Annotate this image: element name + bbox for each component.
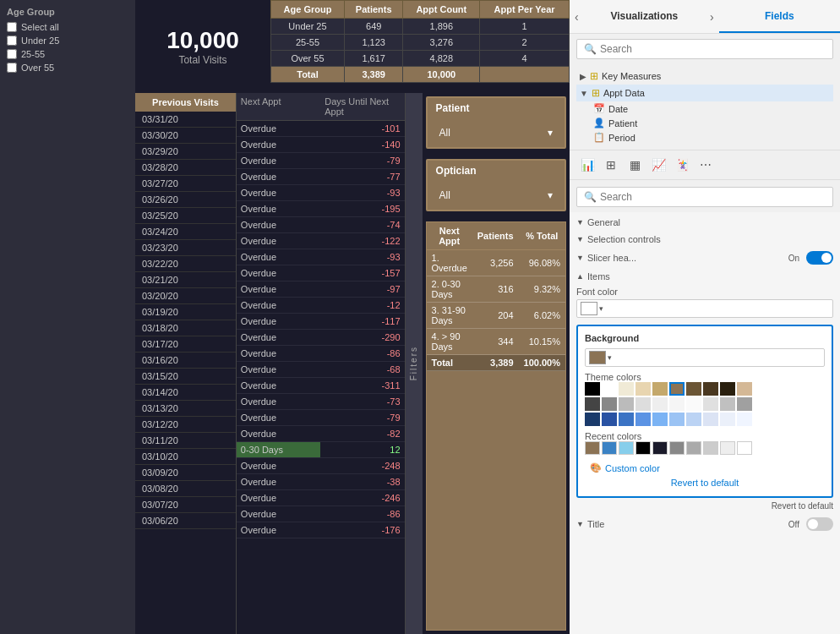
visit-date-8[interactable]: 03/23/20 bbox=[135, 240, 236, 256]
fields-key-measures[interactable]: ▶ ⊞ Key Measures bbox=[576, 68, 833, 85]
visits-list[interactable]: 03/31/2003/30/2003/29/2003/28/2003/27/20… bbox=[135, 112, 236, 634]
theme-color-13[interactable] bbox=[635, 397, 651, 411]
theme-color-9[interactable] bbox=[737, 382, 752, 396]
theme-color-27[interactable] bbox=[703, 413, 718, 426]
icon-card[interactable]: 🃏 bbox=[671, 156, 693, 174]
tab-fields[interactable]: Fields bbox=[719, 0, 840, 33]
visit-date-19[interactable]: 03/12/20 bbox=[135, 417, 236, 433]
recent-color-5[interactable] bbox=[669, 441, 685, 455]
visit-date-6[interactable]: 03/25/20 bbox=[135, 208, 236, 224]
recent-color-9[interactable] bbox=[737, 441, 752, 455]
visit-date-25[interactable]: 03/06/20 bbox=[135, 513, 236, 529]
custom-color-button[interactable]: 🎨 Custom color bbox=[585, 460, 825, 476]
theme-color-6[interactable] bbox=[686, 382, 701, 396]
recent-color-6[interactable] bbox=[686, 441, 701, 455]
visit-date-11[interactable]: 03/20/20 bbox=[135, 288, 236, 304]
theme-color-21[interactable] bbox=[602, 413, 617, 426]
fields-patient[interactable]: 👤 Patient bbox=[590, 116, 833, 130]
theme-color-2[interactable] bbox=[619, 382, 634, 396]
visit-date-2[interactable]: 03/29/20 bbox=[135, 144, 236, 160]
visit-date-12[interactable]: 03/19/20 bbox=[135, 304, 236, 320]
visit-date-3[interactable]: 03/28/20 bbox=[135, 160, 236, 176]
theme-color-8[interactable] bbox=[720, 382, 735, 396]
theme-color-14[interactable] bbox=[652, 397, 668, 411]
visit-date-20[interactable]: 03/11/20 bbox=[135, 433, 236, 449]
fields-period[interactable]: 📋 Period bbox=[590, 130, 833, 145]
visit-date-23[interactable]: 03/08/20 bbox=[135, 481, 236, 497]
revert-to-default-link[interactable]: Revert to default bbox=[585, 476, 825, 489]
visit-date-13[interactable]: 03/18/20 bbox=[135, 320, 236, 336]
section-items[interactable]: ▲ Items bbox=[570, 266, 840, 283]
font-color-swatch-btn[interactable]: ▾ bbox=[576, 299, 833, 318]
visit-date-7[interactable]: 03/24/20 bbox=[135, 224, 236, 240]
theme-color-24[interactable] bbox=[652, 413, 668, 426]
theme-color-10[interactable] bbox=[585, 397, 600, 411]
fields-appt-data[interactable]: ▼ ⊞ Appt Data bbox=[576, 85, 833, 101]
recent-color-8[interactable] bbox=[720, 441, 735, 455]
slicer-header-toggle[interactable] bbox=[806, 251, 833, 265]
theme-color-0[interactable] bbox=[585, 382, 600, 396]
visit-date-14[interactable]: 03/17/20 bbox=[135, 336, 236, 353]
filters-tab[interactable]: Filters bbox=[406, 93, 423, 634]
theme-color-28[interactable] bbox=[720, 413, 735, 426]
checkbox-select-all[interactable] bbox=[7, 22, 17, 32]
visit-date-1[interactable]: 03/30/20 bbox=[135, 128, 236, 144]
visit-date-24[interactable]: 03/07/20 bbox=[135, 497, 236, 513]
tab-visualizations[interactable]: Visualizations bbox=[584, 0, 705, 33]
icon-kpi[interactable]: 📈 bbox=[647, 156, 669, 174]
visit-date-17[interactable]: 03/14/20 bbox=[135, 385, 236, 401]
visit-date-16[interactable]: 03/15/20 bbox=[135, 369, 236, 385]
bg-color-swatch-btn[interactable]: ▾ bbox=[585, 348, 825, 367]
checkbox-under-25[interactable] bbox=[7, 36, 17, 46]
icon-more[interactable]: ⋯ bbox=[695, 156, 717, 174]
recent-color-7[interactable] bbox=[703, 441, 718, 455]
panel-nav-left[interactable]: ‹ bbox=[570, 10, 584, 24]
theme-color-7[interactable] bbox=[703, 382, 718, 396]
section-general[interactable]: ▼ General bbox=[570, 212, 840, 229]
panel-nav-right[interactable]: › bbox=[705, 10, 719, 24]
theme-color-20[interactable] bbox=[585, 413, 600, 426]
section-title[interactable]: ▼ Title Off bbox=[570, 511, 840, 533]
theme-color-3[interactable] bbox=[635, 382, 651, 396]
visit-date-15[interactable]: 03/16/20 bbox=[135, 353, 236, 369]
visit-date-4[interactable]: 03/27/20 bbox=[135, 176, 236, 192]
theme-color-23[interactable] bbox=[635, 413, 651, 426]
visit-date-18[interactable]: 03/13/20 bbox=[135, 401, 236, 417]
format-search-input[interactable] bbox=[600, 191, 826, 203]
icon-bar-chart[interactable]: 📊 bbox=[576, 156, 598, 174]
theme-color-12[interactable] bbox=[619, 397, 634, 411]
section-slicer-header[interactable]: ▼ Slicer hea... On bbox=[570, 246, 840, 266]
visit-date-5[interactable]: 03/26/20 bbox=[135, 192, 236, 208]
fields-search-input[interactable] bbox=[600, 43, 826, 55]
section-selection-controls[interactable]: ▼ Selection controls bbox=[570, 229, 840, 246]
theme-color-4[interactable] bbox=[652, 382, 668, 396]
visit-date-10[interactable]: 03/21/20 bbox=[135, 272, 236, 288]
theme-color-16[interactable] bbox=[686, 397, 701, 411]
theme-color-11[interactable] bbox=[602, 397, 617, 411]
visit-date-22[interactable]: 03/09/20 bbox=[135, 465, 236, 481]
checkbox-25-55[interactable] bbox=[7, 49, 17, 59]
recent-color-4[interactable] bbox=[652, 441, 668, 455]
fields-date[interactable]: 📅 Date bbox=[590, 101, 833, 116]
recent-color-1[interactable] bbox=[602, 441, 617, 455]
optician-dropdown[interactable]: All ▾ bbox=[431, 184, 561, 206]
theme-color-18[interactable] bbox=[720, 397, 735, 411]
icon-table[interactable]: ⊞ bbox=[600, 156, 622, 174]
title-toggle[interactable] bbox=[806, 517, 833, 531]
theme-color-17[interactable] bbox=[703, 397, 718, 411]
recent-color-3[interactable] bbox=[635, 441, 651, 455]
theme-color-26[interactable] bbox=[686, 413, 701, 426]
theme-color-15[interactable] bbox=[669, 397, 685, 411]
theme-color-5[interactable] bbox=[669, 382, 685, 396]
theme-color-22[interactable] bbox=[619, 413, 634, 426]
patient-dropdown[interactable]: All ▾ bbox=[431, 122, 561, 144]
visit-date-21[interactable]: 03/10/20 bbox=[135, 449, 236, 465]
appt-rows[interactable]: Overdue-101Overdue-140Overdue-79Overdue-… bbox=[237, 121, 405, 634]
recent-color-2[interactable] bbox=[619, 441, 634, 455]
theme-color-1[interactable] bbox=[602, 382, 617, 396]
visit-date-9[interactable]: 03/22/20 bbox=[135, 256, 236, 272]
theme-color-29[interactable] bbox=[737, 413, 752, 426]
checkbox-over-55[interactable] bbox=[7, 63, 17, 73]
icon-matrix[interactable]: ▦ bbox=[624, 156, 646, 174]
theme-color-19[interactable] bbox=[737, 397, 752, 411]
